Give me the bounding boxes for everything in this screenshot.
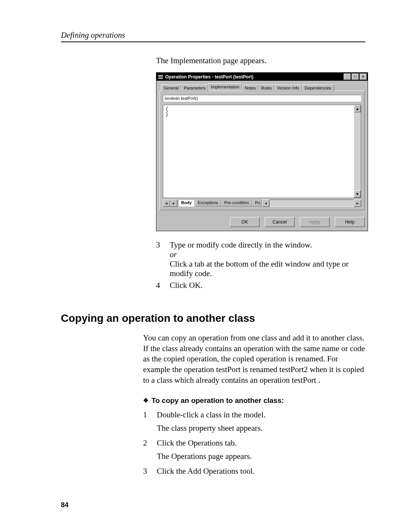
tab-general[interactable]: General — [161, 85, 181, 91]
substep-3: 3 Click the Add Operations tool. — [143, 466, 365, 476]
hscroll-left-icon[interactable]: ◂ — [262, 200, 269, 207]
tab-rules[interactable]: Rules — [258, 85, 274, 91]
scroll-up-icon[interactable]: ▲ — [354, 105, 361, 112]
step-text-1: Type or modify code directly in the wind… — [170, 240, 312, 249]
running-header: Defining operations — [61, 30, 365, 42]
step-text: Click OK. — [170, 281, 365, 290]
tab-version-info[interactable]: Version Info — [274, 85, 302, 91]
hscroll-right-icon[interactable]: ▸ — [354, 200, 361, 207]
step-number: 1 — [143, 410, 157, 420]
bottom-tab-row: ◂ ▸ Body Exceptions Pre-condition Po ◂ ▸ — [163, 200, 361, 207]
implementation-panel: boolean testPort() { } ▲ ▼ ◂ ▸ Bod — [159, 91, 365, 210]
bottom-tab-post-condition[interactable]: Po — [252, 200, 261, 206]
step-text: Double-click a class in the model. — [157, 410, 365, 420]
tab-scroll-right-icon[interactable]: ▸ — [170, 200, 177, 207]
tab-implementation[interactable]: Implementation — [208, 83, 242, 90]
substep-1-result: The class property sheet appears. — [157, 423, 365, 433]
dialog-button-row: OK Cancel Apply Help — [156, 213, 368, 231]
svg-rect-0 — [158, 75, 163, 76]
step-3: 3 Type or modify code directly in the wi… — [156, 240, 365, 278]
step-text-2: Click a tab at the bottom of the edit wi… — [170, 259, 349, 278]
scroll-down-icon[interactable]: ▼ — [354, 190, 361, 198]
ok-button[interactable]: OK — [230, 217, 260, 227]
bullet-icon: ❖ — [143, 397, 148, 404]
section-heading: Copying an operation to another class — [61, 312, 365, 324]
scroll-track[interactable] — [354, 112, 361, 190]
titlebar-text: Operation Properties - testPort (testPor… — [165, 74, 253, 80]
step-text: Click the Operations tab. — [157, 438, 365, 448]
page-number: 84 — [61, 501, 68, 509]
maximize-button[interactable]: □ — [352, 73, 359, 80]
titlebar[interactable]: Operation Properties - testPort (testPor… — [156, 73, 368, 81]
cancel-button[interactable]: Cancel — [265, 217, 295, 227]
tab-notes[interactable]: Notes — [242, 85, 258, 91]
substep-2-result: The Operations page appears. — [157, 452, 365, 461]
minimize-button[interactable]: _ — [344, 73, 351, 80]
howto-heading: ❖To copy an operation to another class: — [143, 396, 365, 405]
substep-2: 2 Click the Operations tab. — [143, 438, 365, 448]
bottom-tab-body[interactable]: Body — [178, 200, 195, 206]
tab-dependencies[interactable]: Dependencies — [302, 85, 334, 91]
step-4: 4 Click OK. — [156, 281, 365, 290]
apply-button[interactable]: Apply — [300, 217, 330, 227]
tabs-row: General Parameters Implementation Notes … — [161, 83, 365, 91]
tab-scroll-left-icon[interactable]: ◂ — [163, 200, 170, 207]
signature-field[interactable]: boolean testPort() — [163, 95, 361, 102]
substep-1: 1 Double-click a class in the model. — [143, 410, 365, 420]
help-button[interactable]: Help — [335, 217, 365, 227]
step-or: or — [170, 250, 177, 259]
close-button[interactable]: × — [360, 73, 367, 80]
svg-rect-1 — [158, 77, 163, 77]
operation-properties-dialog: Operation Properties - testPort (testPor… — [156, 72, 368, 231]
section-paragraph: You can copy an operation from one class… — [143, 333, 365, 386]
step-number: 2 — [143, 438, 157, 448]
step-number: 3 — [143, 466, 157, 476]
vertical-scrollbar[interactable]: ▲ ▼ — [354, 105, 361, 198]
svg-rect-2 — [158, 78, 163, 79]
howto-heading-text: To copy an operation to another class: — [151, 396, 284, 404]
tab-parameters[interactable]: Parameters — [181, 85, 208, 91]
step-text: Click the Add Operations tool. — [157, 466, 365, 476]
bottom-tab-exceptions[interactable]: Exceptions — [195, 200, 221, 206]
step-number: 3 — [156, 240, 170, 278]
bottom-tab-pre-condition[interactable]: Pre-condition — [221, 200, 252, 206]
code-editor[interactable]: { } — [163, 105, 354, 198]
intro-line: The Implementation page appears. — [156, 56, 365, 66]
app-icon — [158, 74, 163, 80]
step-number: 4 — [156, 281, 170, 290]
hscroll-track[interactable] — [270, 200, 354, 207]
